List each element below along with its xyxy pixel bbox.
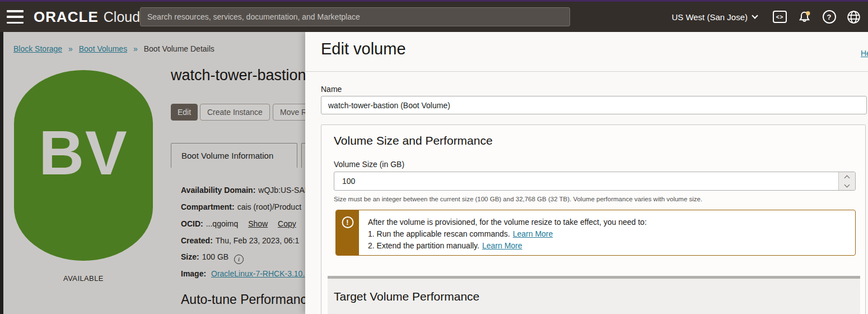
- warning-step-text: 1. Run the applicable rescan commands.: [368, 229, 510, 238]
- target-performance-section: Target Volume Performance: [328, 279, 860, 314]
- content-area: Block Storage » Boot Volumes » Boot Volu…: [0, 32, 868, 314]
- name-field-label: Name: [321, 85, 342, 94]
- panel-divider: [305, 71, 868, 72]
- global-search-input[interactable]: [140, 7, 570, 26]
- developer-console-icon[interactable]: <>: [772, 10, 787, 25]
- hamburger-menu-icon[interactable]: [7, 10, 25, 24]
- globe-glyph: [846, 10, 861, 25]
- hamburger-bar: [7, 22, 24, 24]
- volume-size-label: Volume Size (in GB): [334, 160, 404, 169]
- learn-more-link[interactable]: Learn More: [513, 229, 553, 238]
- learn-more-link[interactable]: Learn More: [482, 241, 522, 250]
- notifications-bell-icon[interactable]: [797, 10, 812, 25]
- warning-content: After the volume is provisioned, for the…: [359, 210, 656, 255]
- warning-step-2: 2. Extend the partition manually.Learn M…: [368, 240, 647, 252]
- volume-size-stepper[interactable]: [838, 172, 855, 190]
- warning-step-1: 1. Run the applicable rescan commands.Le…: [368, 228, 647, 240]
- size-helper-text: Size must be an integer between the curr…: [334, 196, 702, 202]
- volume-size-field: [334, 172, 856, 191]
- volume-size-input[interactable]: [334, 172, 856, 191]
- chevron-down-icon: [752, 12, 758, 19]
- oracle-cloud-console: ORACLE Cloud US West (San Jose) <>: [0, 0, 868, 314]
- top-navigation-bar: ORACLE Cloud US West (San Jose) <>: [0, 0, 868, 32]
- help-glyph: ?: [823, 10, 836, 24]
- warning-intro: After the volume is provisioned, for the…: [368, 216, 647, 228]
- brand-cloud: Cloud: [104, 9, 140, 25]
- language-globe-icon[interactable]: [846, 10, 861, 25]
- help-icon[interactable]: ?: [822, 10, 837, 25]
- panel-help-link[interactable]: Help: [861, 49, 868, 58]
- edit-volume-panel: Edit volume Help Name Volume Size and Pe…: [305, 32, 868, 314]
- region-label: US West (San Jose): [671, 12, 748, 22]
- hamburger-bar: [7, 10, 24, 12]
- warning-icon: !: [342, 216, 353, 228]
- warning-stripe: !: [336, 210, 359, 255]
- bell-glyph: [797, 10, 812, 25]
- target-performance-heading: Target Volume Performance: [334, 290, 479, 303]
- brand-oracle: ORACLE: [34, 8, 99, 26]
- volume-size-heading: Volume Size and Performance: [334, 134, 493, 147]
- console-glyph: <>: [773, 11, 787, 23]
- notification-dot: [806, 11, 810, 15]
- volume-name-input[interactable]: [321, 96, 867, 114]
- warning-step-text: 2. Extend the partition manually.: [368, 241, 479, 250]
- hamburger-bar: [7, 16, 24, 18]
- stepper-down-icon[interactable]: [844, 182, 850, 187]
- region-selector[interactable]: US West (San Jose): [671, 12, 757, 22]
- volume-size-section: Volume Size and Performance Volume Size …: [321, 124, 866, 314]
- stepper-up-icon[interactable]: [844, 175, 850, 181]
- resize-warning-banner: ! After the volume is provisioned, for t…: [335, 210, 856, 256]
- oracle-cloud-logo[interactable]: ORACLE Cloud: [34, 2, 140, 32]
- panel-title: Edit volume: [321, 40, 406, 58]
